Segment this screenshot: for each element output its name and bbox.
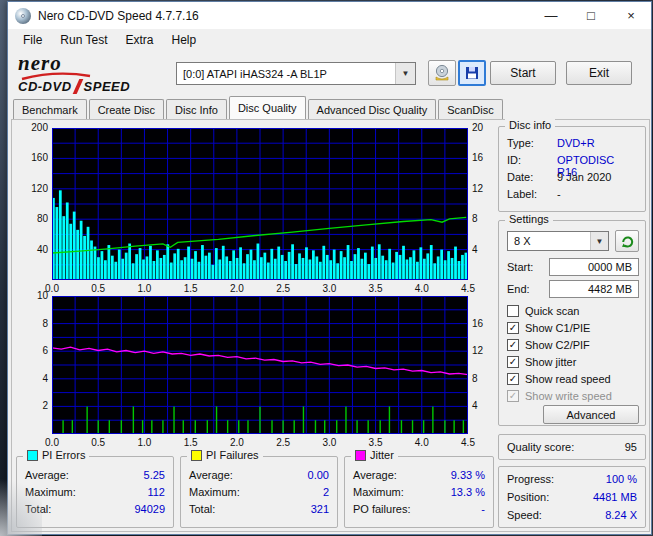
jitter-legend-chip: [355, 450, 366, 461]
checkbox-box: ✓: [507, 390, 519, 402]
pi-failures-title: PI Failures: [206, 449, 259, 461]
axis-tick: 4.5: [455, 437, 481, 448]
position-value: 4481 MB: [593, 491, 637, 503]
axis-tick: 0.5: [85, 283, 111, 294]
save-button[interactable]: [458, 60, 486, 86]
axis-tick: 2.5: [270, 283, 296, 294]
maximize-button[interactable]: □: [571, 2, 611, 29]
app-window: Nero CD-DVD Speed 4.7.7.16 — □ × File Ru…: [7, 1, 652, 535]
tab-scandisc[interactable]: ScanDisc: [438, 99, 502, 119]
menu-run-test[interactable]: Run Test: [51, 29, 116, 51]
axis-tick: 3.0: [316, 437, 342, 448]
axis-tick: 20: [472, 122, 498, 133]
stat-label: Maximum:: [25, 486, 76, 498]
disc-type-value: DVD+R: [557, 137, 595, 149]
checkbox-show-read-speed[interactable]: ✓ Show read speed: [507, 373, 611, 385]
end-label: End:: [507, 283, 530, 295]
save-floppy-icon: [464, 65, 480, 81]
desktop-background: Nero CD-DVD Speed 4.7.7.16 — □ × File Ru…: [0, 0, 653, 536]
axis-tick: 4: [14, 373, 48, 384]
refresh-icon: [620, 234, 635, 249]
checkbox-label: Show read speed: [525, 373, 611, 385]
stat-value: 94029: [134, 503, 165, 515]
start-button[interactable]: Start: [490, 61, 556, 85]
axis-tick: 10: [14, 290, 48, 301]
start-label: Start:: [507, 261, 533, 273]
quality-score-panel: Quality score:95: [498, 434, 646, 460]
axis-tick: 16: [472, 318, 498, 329]
checkbox-label: Quick scan: [525, 305, 579, 317]
axis-tick: 8: [472, 373, 498, 384]
speed-value: 8.24 X: [605, 509, 637, 521]
stat-label: Average:: [353, 469, 397, 481]
menu-file[interactable]: File: [14, 29, 51, 51]
stat-label: PO failures:: [353, 503, 410, 515]
checkbox-box: ✓: [507, 373, 519, 385]
pi-failures-panel: PI Failures Average:0.00 Maximum:2 Total…: [180, 456, 338, 528]
pi-errors-legend-chip: [27, 450, 38, 461]
disc-label-label: Label:: [507, 188, 537, 200]
tab-benchmark[interactable]: Benchmark: [13, 99, 87, 119]
start-field[interactable]: 0000 MB: [549, 258, 639, 276]
axis-tick: 3.0: [316, 283, 342, 294]
toolbar: nero CD-DVD SPEED [0:0] ATAPI iHAS324 -A…: [8, 51, 651, 97]
end-field[interactable]: 4482 MB: [549, 280, 639, 298]
disc-info-title: Disc info: [509, 119, 551, 131]
stat-label: Total:: [189, 503, 215, 515]
tab-advanced-disc-quality[interactable]: Advanced Disc Quality: [308, 99, 437, 119]
checkbox-show-c1-pie[interactable]: ✓ Show C1/PIE: [507, 322, 590, 334]
disc-type-label: Type:: [507, 137, 534, 149]
stat-value: 13.3 %: [451, 486, 485, 498]
pi-errors-chart: [52, 128, 468, 280]
tab-disc-quality[interactable]: Disc Quality: [229, 96, 306, 119]
axis-tick: 4: [472, 244, 498, 255]
stat-label: Average:: [189, 469, 233, 481]
axis-tick: 4.5: [455, 283, 481, 294]
speed-select[interactable]: 8 X ▼: [507, 231, 609, 251]
menu-extra[interactable]: Extra: [116, 29, 162, 51]
window-controls: — □ ×: [531, 2, 651, 29]
disc-quality-page: 2001601208040201612840.00.51.01.52.02.53…: [11, 119, 650, 532]
axis-tick: 40: [14, 244, 48, 255]
axis-tick: 12: [472, 183, 498, 194]
tab-create-disc[interactable]: Create Disc: [89, 99, 164, 119]
axis-tick: 0.0: [39, 437, 65, 448]
eject-disc-button[interactable]: [428, 60, 456, 86]
axis-tick: 200: [14, 122, 48, 133]
pi-failures-chart: [52, 296, 468, 434]
stat-value: 321: [311, 503, 329, 515]
close-button[interactable]: ×: [611, 2, 651, 29]
minimize-button[interactable]: —: [531, 2, 571, 29]
stat-value: 9.33 %: [451, 469, 485, 481]
axis-tick: 2.0: [224, 283, 250, 294]
checkbox-show-c2-pif[interactable]: ✓ Show C2/PIF: [507, 339, 590, 351]
stat-label: Maximum:: [189, 486, 240, 498]
menu-help[interactable]: Help: [163, 29, 206, 51]
exit-button[interactable]: Exit: [566, 61, 632, 85]
checkbox-show-write-speed: ✓ Show write speed: [507, 390, 612, 402]
disc-date-label: Date:: [507, 171, 533, 183]
axis-tick: 0.5: [85, 437, 111, 448]
disc-id-label: ID:: [507, 154, 521, 166]
tab-disc-info[interactable]: Disc Info: [166, 99, 227, 119]
drive-select-value: [0:0] ATAPI iHAS324 -A BL1P: [183, 68, 327, 80]
axis-tick: 80: [14, 213, 48, 224]
jitter-panel: Jitter Average:9.33 % Maximum:13.3 % PO …: [344, 456, 494, 528]
advanced-button[interactable]: Advanced: [543, 405, 639, 424]
refresh-button[interactable]: [615, 230, 639, 252]
progress-panel: Progress:100 % Position:4481 MB Speed:8.…: [498, 466, 646, 528]
checkbox-quick-scan[interactable]: Quick scan: [507, 305, 579, 317]
axis-tick: 2.0: [224, 437, 250, 448]
disc-info-panel: Disc info Type:DVD+R ID:OPTODISC R16 Dat…: [498, 126, 646, 212]
stat-value: 0.00: [308, 469, 329, 481]
quality-score-label: Quality score:: [507, 441, 574, 453]
stat-value: 5.25: [144, 469, 165, 481]
drive-select[interactable]: [0:0] ATAPI iHAS324 -A BL1P ▼: [176, 62, 416, 85]
axis-tick: 4.0: [409, 437, 435, 448]
axis-tick: 3.5: [363, 283, 389, 294]
tab-bar: Benchmark Create Disc Disc Info Disc Qua…: [8, 97, 651, 119]
disc-label-value: -: [557, 188, 561, 200]
checkbox-show-jitter[interactable]: ✓ Show jitter: [507, 356, 576, 368]
speed-label: Speed:: [507, 509, 542, 521]
checkbox-label: Show jitter: [525, 356, 576, 368]
